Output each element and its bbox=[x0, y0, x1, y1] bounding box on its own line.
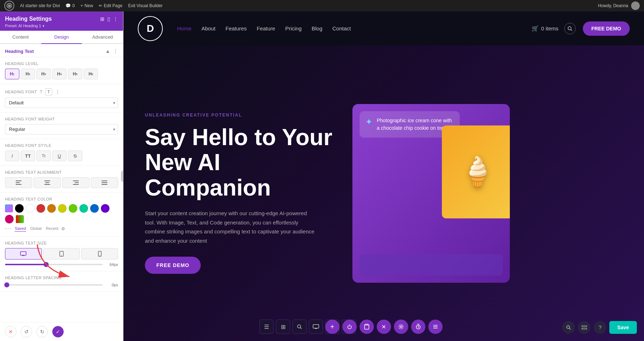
color-swatch-green[interactable] bbox=[69, 204, 77, 213]
align-left-btn[interactable] bbox=[5, 177, 32, 188]
align-center-btn[interactable] bbox=[34, 177, 61, 188]
nav-features[interactable]: Features bbox=[225, 25, 247, 31]
color-swatch-white[interactable] bbox=[26, 204, 34, 213]
heading-font-section: Heading Font ? T ⋮ Default bbox=[0, 84, 123, 113]
nav-home[interactable]: Home bbox=[177, 25, 191, 31]
panel-undo-btn[interactable]: ↺ bbox=[21, 326, 32, 337]
toolbar-add-btn[interactable]: + bbox=[325, 320, 340, 334]
admin-bar-edit[interactable]: ✏ Edit Page bbox=[99, 3, 122, 8]
color-dots-icon[interactable]: ··· bbox=[5, 226, 12, 232]
align-right-btn[interactable] bbox=[62, 177, 89, 188]
new-label: New bbox=[84, 3, 93, 8]
admin-bar-comments[interactable]: 💬 0 bbox=[65, 3, 75, 8]
toolbar-power-btn[interactable] bbox=[342, 320, 357, 334]
nav-cart[interactable]: 🛒 0 items bbox=[532, 25, 558, 32]
color-settings-icon[interactable]: ⚙ bbox=[61, 226, 65, 231]
svg-rect-15 bbox=[22, 255, 24, 256]
toolbar-delete-btn[interactable] bbox=[360, 320, 374, 334]
toolbar-layers-btn[interactable] bbox=[428, 320, 443, 334]
heading-level-h4[interactable]: H4 bbox=[52, 69, 67, 79]
nav-free-demo-btn[interactable]: FREE DEMO bbox=[583, 21, 630, 36]
style-italic-btn[interactable]: I bbox=[5, 150, 19, 161]
heading-level-h5[interactable]: H5 bbox=[68, 69, 82, 79]
svg-rect-6 bbox=[45, 182, 49, 183]
heading-letter-spacing-section: Heading Letter Spacing 0px bbox=[0, 271, 123, 292]
color-row-extra: ··· Saved Global Recent ⚙ bbox=[5, 226, 118, 232]
letter-spacing-value[interactable]: 0px bbox=[106, 283, 118, 287]
style-buttons-group: I TT Tt U S bbox=[5, 150, 118, 161]
exit-builder-label: Exit Visual Builder bbox=[128, 3, 163, 8]
nav-about[interactable]: About bbox=[201, 25, 215, 31]
color-swatch-orange[interactable] bbox=[47, 204, 56, 213]
style-underline-btn[interactable]: U bbox=[52, 150, 67, 161]
cart-icon: 🛒 bbox=[532, 25, 539, 32]
tab-content[interactable]: Content bbox=[0, 31, 41, 44]
svg-rect-14 bbox=[20, 252, 26, 255]
preset-dropdown-arrow: ▾ bbox=[43, 24, 44, 28]
font-upload-icon[interactable]: T bbox=[45, 88, 52, 95]
device-tablet-btn[interactable] bbox=[43, 248, 80, 260]
device-mobile-btn[interactable] bbox=[81, 248, 118, 260]
panel-confirm-btn[interactable]: ✓ bbox=[52, 326, 64, 337]
wp-logo-icon[interactable]: W bbox=[4, 1, 14, 11]
letter-spacing-slider-track[interactable] bbox=[5, 284, 103, 286]
panel-grid-icon[interactable]: ⊞ bbox=[100, 16, 104, 22]
tab-design[interactable]: Design bbox=[41, 31, 82, 44]
nav-blog[interactable]: Blog bbox=[312, 25, 322, 31]
color-tab-global[interactable]: Global bbox=[30, 226, 42, 232]
panel-menu-icon[interactable]: ⋮ bbox=[113, 16, 118, 22]
section-collapse-icon[interactable]: ▲ bbox=[105, 48, 110, 54]
device-desktop-btn[interactable] bbox=[5, 248, 42, 260]
style-tt2-btn[interactable]: Tt bbox=[36, 150, 51, 161]
style-strikethrough-btn[interactable]: S bbox=[68, 150, 82, 161]
tab-advanced[interactable]: Advanced bbox=[82, 31, 123, 44]
color-swatch-purple[interactable] bbox=[101, 204, 109, 213]
section-title: Heading Text bbox=[5, 49, 34, 54]
color-swatch-black[interactable] bbox=[15, 204, 24, 213]
admin-bar-new[interactable]: + New bbox=[80, 3, 93, 8]
color-swatch-yellow[interactable] bbox=[58, 204, 67, 213]
nav-contact[interactable]: Contact bbox=[332, 25, 351, 31]
color-swatch-blue[interactable] bbox=[90, 204, 99, 213]
color-swatch-custom[interactable] bbox=[16, 215, 24, 223]
nav-pricing[interactable]: Pricing bbox=[285, 25, 302, 31]
admin-bar-exit-builder[interactable]: Exit Visual Builder bbox=[128, 3, 163, 8]
heading-font-weight-section: Heading Font Weight Regular Bold Light bbox=[0, 113, 123, 139]
hero-cta-btn[interactable]: FREE DEMO bbox=[145, 257, 201, 274]
svg-rect-8 bbox=[73, 181, 79, 181]
toolbar-timer-btn[interactable] bbox=[411, 320, 425, 334]
heading-font-select[interactable]: Default bbox=[5, 98, 118, 108]
style-tt-btn[interactable]: TT bbox=[21, 150, 35, 161]
color-swatch-teal[interactable] bbox=[79, 204, 88, 213]
color-swatch-pink[interactable] bbox=[5, 215, 14, 223]
panel-resize-handle[interactable]: ⋮ bbox=[121, 170, 123, 182]
toolbar-close-btn[interactable]: ✕ bbox=[377, 320, 391, 334]
admin-bar-user: Howdy, Deanna bbox=[598, 1, 640, 10]
panel-split-icon[interactable]: ▯ bbox=[107, 16, 110, 22]
heading-font-weight-select[interactable]: Regular Bold Light bbox=[5, 124, 118, 134]
admin-bar-site[interactable]: AI starter site for Divi bbox=[20, 3, 60, 8]
align-buttons-group bbox=[5, 177, 118, 188]
text-size-value[interactable]: 64px bbox=[106, 262, 118, 267]
heading-level-h1[interactable]: H1 bbox=[5, 69, 19, 79]
panel-cancel-btn[interactable]: ✕ bbox=[5, 326, 16, 337]
preset-label[interactable]: Preset: AI Heading 1 ▾ bbox=[5, 24, 118, 28]
toolbar-settings-btn[interactable] bbox=[394, 320, 408, 334]
font-help-icon[interactable]: ? bbox=[40, 89, 42, 94]
heading-level-h6[interactable]: H6 bbox=[84, 69, 98, 79]
color-picker-icon[interactable] bbox=[5, 204, 13, 212]
text-size-slider-track[interactable] bbox=[5, 264, 103, 265]
color-swatch-red[interactable] bbox=[36, 204, 45, 213]
font-more-icon[interactable]: ⋮ bbox=[55, 89, 60, 95]
align-justify-btn[interactable] bbox=[91, 177, 118, 188]
nav-feature[interactable]: Feature bbox=[257, 25, 275, 31]
panel-redo-btn[interactable]: ↻ bbox=[36, 326, 48, 337]
ai-card-bottom bbox=[360, 254, 503, 276]
nav-search-icon[interactable] bbox=[564, 23, 576, 34]
color-tab-recent[interactable]: Recent bbox=[46, 226, 58, 232]
color-tab-saved[interactable]: Saved bbox=[15, 226, 26, 232]
heading-level-h3[interactable]: H3 bbox=[36, 69, 51, 79]
ice-cream-image: 🍦 bbox=[442, 125, 510, 218]
section-more-icon[interactable]: ⋮ bbox=[113, 48, 118, 54]
heading-level-h2[interactable]: H2 bbox=[21, 69, 35, 79]
